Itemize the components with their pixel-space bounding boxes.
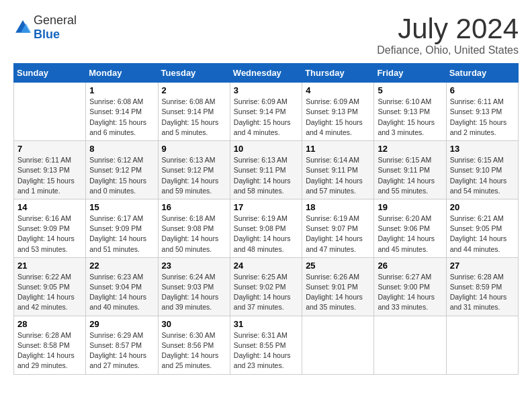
cell-sun-info: Sunrise: 6:11 AMSunset: 9:13 PMDaylight:… <box>450 97 515 138</box>
header-tuesday: Tuesday <box>158 64 230 83</box>
day-number: 4 <box>306 85 370 95</box>
calendar-table: SundayMondayTuesdayWednesdayThursdayFrid… <box>13 63 519 374</box>
calendar-week-row: 1Sunrise: 6:08 AMSunset: 9:14 PMDaylight… <box>14 83 519 141</box>
day-number: 17 <box>234 202 298 212</box>
calendar-cell: 20Sunrise: 6:21 AMSunset: 9:05 PMDayligh… <box>446 199 518 257</box>
logo-text-general: General <box>34 13 77 27</box>
cell-sun-info: Sunrise: 6:15 AMSunset: 9:10 PMDaylight:… <box>450 155 515 196</box>
calendar-cell: 9Sunrise: 6:13 AMSunset: 9:12 PMDaylight… <box>158 141 230 199</box>
day-number: 18 <box>306 202 370 212</box>
cell-sun-info: Sunrise: 6:17 AMSunset: 9:09 PMDaylight:… <box>89 214 154 255</box>
calendar-cell: 18Sunrise: 6:19 AMSunset: 9:07 PMDayligh… <box>302 199 374 257</box>
calendar-cell: 14Sunrise: 6:16 AMSunset: 9:09 PMDayligh… <box>14 199 86 257</box>
calendar-cell: 22Sunrise: 6:23 AMSunset: 9:04 PMDayligh… <box>86 257 158 316</box>
cell-sun-info: Sunrise: 6:20 AMSunset: 9:06 PMDaylight:… <box>378 214 442 255</box>
calendar-cell: 31Sunrise: 6:31 AMSunset: 8:55 PMDayligh… <box>230 316 302 374</box>
day-number: 22 <box>89 261 154 271</box>
header-saturday: Saturday <box>446 64 518 83</box>
calendar-cell: 7Sunrise: 6:11 AMSunset: 9:13 PMDaylight… <box>14 141 86 199</box>
cell-sun-info: Sunrise: 6:09 AMSunset: 9:13 PMDaylight:… <box>306 97 370 138</box>
month-year-title: July 2024 <box>377 13 519 44</box>
calendar-cell: 27Sunrise: 6:28 AMSunset: 8:59 PMDayligh… <box>446 257 518 316</box>
day-number: 25 <box>306 261 370 271</box>
logo: General Blue <box>13 13 77 42</box>
day-number: 26 <box>378 261 442 271</box>
cell-sun-info: Sunrise: 6:29 AMSunset: 8:57 PMDaylight:… <box>89 330 154 371</box>
calendar-cell <box>14 83 86 141</box>
calendar-cell: 2Sunrise: 6:08 AMSunset: 9:14 PMDaylight… <box>158 83 230 141</box>
day-number: 5 <box>378 85 442 95</box>
day-number: 16 <box>162 202 226 212</box>
cell-sun-info: Sunrise: 6:26 AMSunset: 9:01 PMDaylight:… <box>306 272 370 313</box>
cell-sun-info: Sunrise: 6:13 AMSunset: 9:11 PMDaylight:… <box>234 155 298 196</box>
calendar-cell: 19Sunrise: 6:20 AMSunset: 9:06 PMDayligh… <box>374 199 446 257</box>
logo-icon <box>13 18 32 37</box>
calendar-cell: 24Sunrise: 6:25 AMSunset: 9:02 PMDayligh… <box>230 257 302 316</box>
day-number: 3 <box>234 85 298 95</box>
day-number: 19 <box>378 202 442 212</box>
calendar-week-row: 21Sunrise: 6:22 AMSunset: 9:05 PMDayligh… <box>14 257 519 316</box>
cell-sun-info: Sunrise: 6:22 AMSunset: 9:05 PMDaylight:… <box>17 272 82 313</box>
cell-sun-info: Sunrise: 6:25 AMSunset: 9:02 PMDaylight:… <box>234 272 298 313</box>
cell-sun-info: Sunrise: 6:14 AMSunset: 9:11 PMDaylight:… <box>306 155 370 196</box>
day-number: 14 <box>17 202 82 212</box>
calendar-cell <box>302 316 374 374</box>
calendar-cell: 15Sunrise: 6:17 AMSunset: 9:09 PMDayligh… <box>86 199 158 257</box>
cell-sun-info: Sunrise: 6:28 AMSunset: 8:59 PMDaylight:… <box>450 272 515 313</box>
cell-sun-info: Sunrise: 6:23 AMSunset: 9:04 PMDaylight:… <box>89 272 154 313</box>
calendar-cell: 11Sunrise: 6:14 AMSunset: 9:11 PMDayligh… <box>302 141 374 199</box>
calendar-cell: 13Sunrise: 6:15 AMSunset: 9:10 PMDayligh… <box>446 141 518 199</box>
cell-sun-info: Sunrise: 6:08 AMSunset: 9:14 PMDaylight:… <box>89 97 154 138</box>
cell-sun-info: Sunrise: 6:15 AMSunset: 9:11 PMDaylight:… <box>378 155 442 196</box>
cell-sun-info: Sunrise: 6:08 AMSunset: 9:14 PMDaylight:… <box>162 97 226 138</box>
cell-sun-info: Sunrise: 6:19 AMSunset: 9:08 PMDaylight:… <box>234 214 298 255</box>
calendar-week-row: 7Sunrise: 6:11 AMSunset: 9:13 PMDaylight… <box>14 141 519 199</box>
calendar-cell: 26Sunrise: 6:27 AMSunset: 9:00 PMDayligh… <box>374 257 446 316</box>
calendar-cell: 28Sunrise: 6:28 AMSunset: 8:58 PMDayligh… <box>14 316 86 374</box>
day-number: 24 <box>234 261 298 271</box>
page-header: General Blue July 2024 Defiance, Ohio, U… <box>13 13 519 56</box>
day-number: 13 <box>450 144 515 154</box>
calendar-cell: 1Sunrise: 6:08 AMSunset: 9:14 PMDaylight… <box>86 83 158 141</box>
cell-sun-info: Sunrise: 6:28 AMSunset: 8:58 PMDaylight:… <box>17 330 82 371</box>
day-number: 1 <box>89 85 154 95</box>
header-friday: Friday <box>374 64 446 83</box>
calendar-cell <box>446 316 518 374</box>
day-number: 29 <box>89 319 154 329</box>
calendar-cell: 17Sunrise: 6:19 AMSunset: 9:08 PMDayligh… <box>230 199 302 257</box>
day-number: 8 <box>89 144 154 154</box>
calendar-week-row: 28Sunrise: 6:28 AMSunset: 8:58 PMDayligh… <box>14 316 519 374</box>
calendar-cell: 25Sunrise: 6:26 AMSunset: 9:01 PMDayligh… <box>302 257 374 316</box>
day-number: 20 <box>450 202 515 212</box>
calendar-cell: 10Sunrise: 6:13 AMSunset: 9:11 PMDayligh… <box>230 141 302 199</box>
cell-sun-info: Sunrise: 6:24 AMSunset: 9:03 PMDaylight:… <box>162 272 226 313</box>
title-block: July 2024 Defiance, Ohio, United States <box>377 13 519 56</box>
day-number: 2 <box>162 85 226 95</box>
header-wednesday: Wednesday <box>230 64 302 83</box>
day-number: 11 <box>306 144 370 154</box>
calendar-cell: 29Sunrise: 6:29 AMSunset: 8:57 PMDayligh… <box>86 316 158 374</box>
logo-text-blue: Blue <box>34 28 60 41</box>
cell-sun-info: Sunrise: 6:18 AMSunset: 9:08 PMDaylight:… <box>162 214 226 255</box>
calendar-week-row: 14Sunrise: 6:16 AMSunset: 9:09 PMDayligh… <box>14 199 519 257</box>
header-thursday: Thursday <box>302 64 374 83</box>
header-sunday: Sunday <box>14 64 86 83</box>
calendar-cell: 6Sunrise: 6:11 AMSunset: 9:13 PMDaylight… <box>446 83 518 141</box>
day-number: 23 <box>162 261 226 271</box>
calendar-cell: 3Sunrise: 6:09 AMSunset: 9:14 PMDaylight… <box>230 83 302 141</box>
calendar-cell: 30Sunrise: 6:30 AMSunset: 8:56 PMDayligh… <box>158 316 230 374</box>
cell-sun-info: Sunrise: 6:11 AMSunset: 9:13 PMDaylight:… <box>17 155 82 196</box>
day-number: 30 <box>162 319 226 329</box>
calendar-cell: 21Sunrise: 6:22 AMSunset: 9:05 PMDayligh… <box>14 257 86 316</box>
cell-sun-info: Sunrise: 6:10 AMSunset: 9:13 PMDaylight:… <box>378 97 442 138</box>
cell-sun-info: Sunrise: 6:27 AMSunset: 9:00 PMDaylight:… <box>378 272 442 313</box>
day-number: 21 <box>17 261 82 271</box>
calendar-cell: 4Sunrise: 6:09 AMSunset: 9:13 PMDaylight… <box>302 83 374 141</box>
cell-sun-info: Sunrise: 6:30 AMSunset: 8:56 PMDaylight:… <box>162 330 226 371</box>
cell-sun-info: Sunrise: 6:09 AMSunset: 9:14 PMDaylight:… <box>234 97 298 138</box>
cell-sun-info: Sunrise: 6:21 AMSunset: 9:05 PMDaylight:… <box>450 214 515 255</box>
cell-sun-info: Sunrise: 6:31 AMSunset: 8:55 PMDaylight:… <box>234 330 298 371</box>
cell-sun-info: Sunrise: 6:12 AMSunset: 9:12 PMDaylight:… <box>89 155 154 196</box>
calendar-cell <box>374 316 446 374</box>
calendar-cell: 16Sunrise: 6:18 AMSunset: 9:08 PMDayligh… <box>158 199 230 257</box>
